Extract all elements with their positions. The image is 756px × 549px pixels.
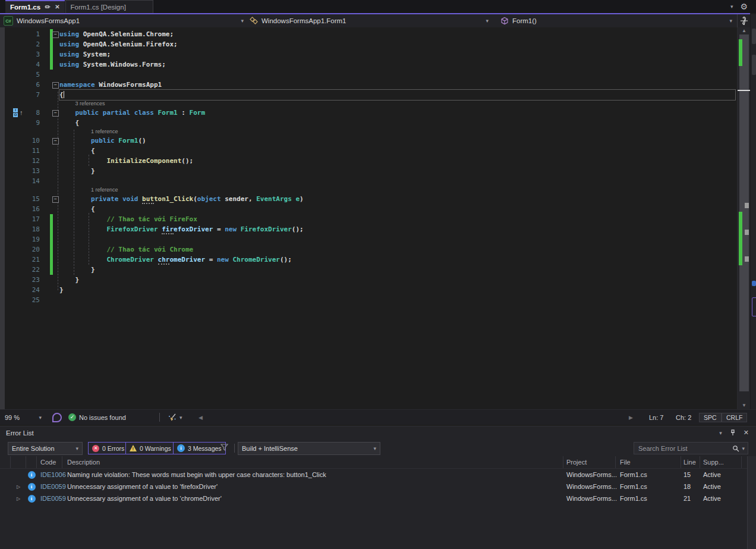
- type-dropdown[interactable]: WindowsFormsApp1.Form1 ▾: [250, 14, 489, 27]
- line-number[interactable]: 7: [36, 90, 40, 100]
- warnings-filter-button[interactable]: ! 0 Warnings: [125, 442, 175, 454]
- hscroll-right-icon[interactable]: ▶: [629, 410, 633, 425]
- line-number[interactable]: 16: [32, 204, 40, 214]
- scope-dropdown[interactable]: Entire Solution▾: [8, 442, 83, 455]
- pin-tab-icon[interactable]: [45, 4, 51, 10]
- chevron-down-icon[interactable]: ▾: [742, 446, 745, 451]
- project-dropdown[interactable]: C# WindowsFormsApp1 ▾: [4, 14, 244, 27]
- code-line-14[interactable]: 14: [0, 176, 737, 186]
- code-line-24[interactable]: 24}: [0, 285, 737, 295]
- col-project[interactable]: Project: [563, 456, 616, 468]
- window-position-icon[interactable]: ▾: [719, 430, 722, 436]
- row-description[interactable]: Unnecessary assignment of a value to 'ch…: [62, 492, 563, 504]
- member-dropdown[interactable]: Form1() ▾: [500, 14, 732, 27]
- line-number[interactable]: 11: [32, 146, 40, 156]
- line-number[interactable]: 24: [32, 285, 40, 295]
- line-number[interactable]: 20: [32, 244, 40, 255]
- code-line-25[interactable]: 25: [0, 295, 737, 305]
- document-well-options-icon[interactable]: ⚙: [740, 2, 748, 11]
- line-number[interactable]: 17: [32, 214, 40, 224]
- messages-filter-button[interactable]: i 3 Messages: [173, 442, 226, 454]
- fold-toggle-icon[interactable]: −: [52, 32, 59, 38]
- close-tab-icon[interactable]: ✕: [55, 4, 59, 10]
- line-number[interactable]: 10: [32, 136, 40, 146]
- line-ending-indicator[interactable]: CRLF: [722, 410, 747, 425]
- search-icon[interactable]: [732, 445, 739, 452]
- error-row[interactable]: iIDE1006Naming rule violation: These wor…: [0, 469, 756, 481]
- tab-form1-cs[interactable]: Form1.cs ✕: [5, 0, 65, 13]
- search-input[interactable]: [637, 444, 732, 453]
- code-line-16[interactable]: 16 {: [0, 204, 737, 214]
- code-editor[interactable]: 1−using OpenQA.Selenium.Chrome;2using Op…: [0, 27, 737, 409]
- line-number[interactable]: 6: [36, 80, 40, 90]
- row-expander[interactable]: ▷: [11, 481, 26, 492]
- row-description[interactable]: Unnecessary assignment of a value to 'fi…: [62, 481, 563, 492]
- filter-icon[interactable]: [220, 443, 231, 453]
- line-number[interactable]: 8: [36, 108, 40, 118]
- row-code[interactable]: IDE1006: [37, 469, 62, 481]
- line-indicator[interactable]: Ln: 7: [649, 410, 663, 425]
- code-line-4[interactable]: 4using System.Windows.Forms;: [0, 59, 737, 70]
- line-number[interactable]: 12: [32, 156, 40, 166]
- line-number[interactable]: 14: [32, 176, 40, 186]
- code-line-7[interactable]: 7{: [0, 90, 737, 100]
- code-area[interactable]: 1−using OpenQA.Selenium.Chrome;2using Op…: [0, 29, 737, 305]
- col-file[interactable]: File: [616, 456, 681, 468]
- filter-source-dropdown[interactable]: Build + IntelliSense▾: [238, 442, 380, 455]
- line-number[interactable]: 3: [36, 49, 40, 59]
- code-line-6[interactable]: 6−namespace WindowsFormsApp1: [0, 80, 737, 90]
- code-line-15[interactable]: 15− private void button1_Click(object se…: [0, 194, 737, 204]
- line-number[interactable]: 13: [32, 166, 40, 176]
- scroll-down-icon[interactable]: ▼: [738, 402, 751, 409]
- code-line-13[interactable]: 13 }: [0, 166, 737, 176]
- code-line-2[interactable]: 2using OpenQA.Selenium.Firefox;: [0, 39, 737, 49]
- errors-filter-button[interactable]: ✕ 0 Errors: [88, 442, 128, 454]
- error-row[interactable]: ▷iIDE0059Unnecessary assignment of a val…: [0, 481, 756, 492]
- line-number[interactable]: 19: [32, 234, 40, 244]
- fold-toggle-icon[interactable]: −: [52, 196, 59, 203]
- document-health-indicator[interactable]: ✓ No issues found: [68, 410, 126, 425]
- code-line-18[interactable]: 18 FirefoxDriver firefoxDriver = new Fir…: [0, 224, 737, 234]
- fold-toggle-icon[interactable]: −: [52, 110, 59, 117]
- line-number[interactable]: 2: [36, 39, 40, 49]
- search-error-list-box[interactable]: ▾: [634, 442, 748, 454]
- column-indicator[interactable]: Ch: 2: [676, 410, 691, 425]
- code-cleanup-button[interactable]: ▾: [168, 410, 182, 425]
- editor-vertical-scrollbar[interactable]: ▲ ▼: [737, 27, 751, 409]
- code-line-8[interactable]: 8−IO↑ public partial class Form1 : Form: [0, 108, 737, 118]
- zoom-dropdown[interactable]: 99 % ▾: [5, 410, 42, 425]
- col-severity[interactable]: [0, 456, 11, 468]
- line-number[interactable]: 25: [32, 295, 40, 305]
- col-description[interactable]: Description: [62, 456, 563, 468]
- codelens-row[interactable]: 3 references: [0, 100, 737, 108]
- fold-toggle-icon[interactable]: −: [52, 138, 59, 145]
- tab-list-dropdown-icon[interactable]: ▾: [730, 4, 733, 10]
- code-line-9[interactable]: 9 {: [0, 118, 737, 128]
- code-line-22[interactable]: 22 }: [0, 265, 737, 275]
- line-number[interactable]: 4: [36, 59, 40, 70]
- code-line-11[interactable]: 11 {: [0, 146, 737, 156]
- row-code[interactable]: IDE0059: [37, 492, 62, 504]
- col-icon[interactable]: [26, 456, 37, 468]
- code-line-23[interactable]: 23 }: [0, 275, 737, 285]
- spaces-indicator[interactable]: SPC: [699, 410, 722, 425]
- row-description[interactable]: Naming rule violation: These words must …: [62, 469, 563, 481]
- code-line-10[interactable]: 10− public Form1(): [0, 136, 737, 146]
- fold-toggle-icon[interactable]: −: [52, 82, 59, 89]
- col-expander[interactable]: [11, 456, 26, 468]
- col-suppression[interactable]: Supp...: [700, 456, 742, 468]
- hscroll-left-icon[interactable]: ◀: [199, 410, 203, 425]
- code-line-17[interactable]: 17 // Thao tác với FireFox: [0, 214, 737, 224]
- line-number[interactable]: 18: [32, 224, 40, 234]
- code-line-1[interactable]: 1−using OpenQA.Selenium.Chrome;: [0, 29, 737, 39]
- code-line-5[interactable]: 5: [0, 70, 737, 80]
- line-number[interactable]: 15: [32, 194, 40, 204]
- line-number[interactable]: 5: [36, 70, 40, 80]
- tab-form1-design[interactable]: Form1.cs [Design]: [65, 0, 153, 13]
- code-line-3[interactable]: 3using System;: [0, 49, 737, 59]
- inheritance-margin-icon[interactable]: IO↑: [13, 108, 25, 118]
- scroll-up-icon[interactable]: ▲: [738, 27, 751, 34]
- line-number[interactable]: 22: [32, 265, 40, 275]
- error-list-title-bar[interactable]: Error List ▾ ✕: [0, 426, 756, 441]
- codelens-row[interactable]: 1 reference: [0, 186, 737, 194]
